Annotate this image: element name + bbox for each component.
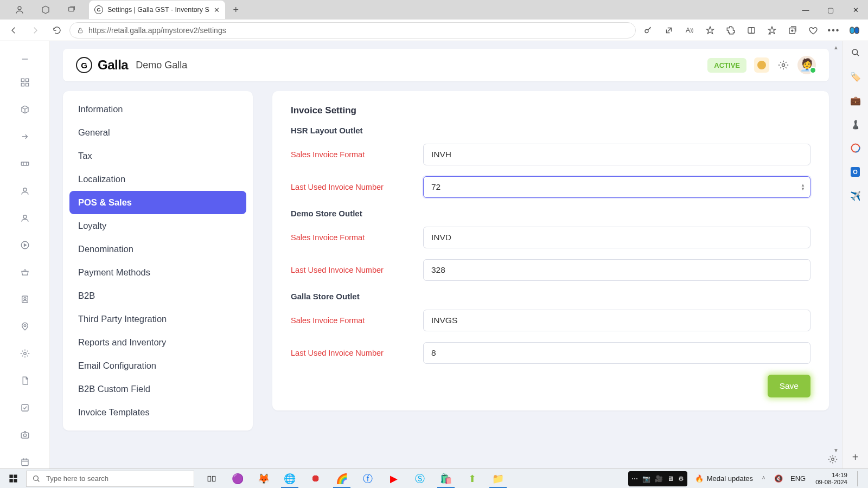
tray-chevron-icon[interactable]: ＾ <box>761 474 767 483</box>
header-settings-icon[interactable] <box>777 59 790 72</box>
nav-location-icon[interactable] <box>20 321 30 332</box>
browser-tab-active[interactable]: G Settings | Galla GST - Inventory S ✕ <box>89 1 225 19</box>
settings-nav-item[interactable]: Loyalty <box>69 214 246 237</box>
task-app-icon[interactable]: ⬆ <box>460 469 484 489</box>
browser-performance-icon[interactable] <box>804 21 822 40</box>
edge-m365-icon[interactable] <box>850 142 861 154</box>
nav-ticket-icon[interactable] <box>20 158 30 169</box>
news-widget[interactable]: 🔥 Medal updates <box>695 474 753 483</box>
task-facebook-icon[interactable]: ⓕ <box>356 469 380 489</box>
nav-arrow-icon[interactable] <box>20 131 30 142</box>
field-label: Last Used Invoice Number <box>291 183 423 191</box>
more-icon[interactable]: ••• <box>825 21 843 40</box>
scroll-up-icon[interactable]: ▲ <box>833 44 839 50</box>
tray-notifications-icon[interactable] <box>857 471 865 486</box>
number-spinner-icon[interactable]: ▲▼ <box>801 183 805 191</box>
tray-clock[interactable]: 14:19 09-08-2024 <box>813 472 850 486</box>
edge-shopping-icon[interactable]: 🏷️ <box>850 70 861 82</box>
window-minimize-button[interactable]: — <box>793 0 818 20</box>
settings-nav-item[interactable]: Email Configuration <box>69 354 246 377</box>
task-youtube-icon[interactable]: ▶ <box>382 469 406 489</box>
svg-rect-6 <box>21 79 24 81</box>
nav-dashboard-icon[interactable] <box>20 77 30 88</box>
task-view-icon[interactable] <box>200 469 224 489</box>
settings-nav-item[interactable]: Payment Methods <box>69 261 246 284</box>
nav-calendar-icon[interactable] <box>20 457 30 467</box>
nav-basket-icon[interactable] <box>20 267 30 278</box>
nav-settings-icon[interactable] <box>20 348 30 359</box>
extensions-icon[interactable] <box>722 21 740 40</box>
edge-games-icon[interactable]: ♟️ <box>850 118 861 130</box>
nav-check-icon[interactable] <box>20 402 30 413</box>
task-edge-icon[interactable]: 🌐 <box>278 469 302 489</box>
nav-cube-icon[interactable] <box>20 104 30 115</box>
nav-user2-icon[interactable] <box>20 213 30 223</box>
settings-nav-item[interactable]: B2B <box>69 284 246 307</box>
favorite-icon[interactable] <box>701 21 719 40</box>
tray-volume-icon[interactable]: 🔇 <box>774 474 783 483</box>
collections-icon[interactable] <box>783 21 802 40</box>
recording-toolbar[interactable]: ⋯📷🎥🖥⚙ <box>628 471 687 486</box>
start-button[interactable] <box>0 469 26 488</box>
edge-outlook-icon[interactable]: O <box>850 166 861 178</box>
sales-invoice-format-input[interactable] <box>423 310 810 331</box>
edge-search-icon[interactable] <box>850 47 861 59</box>
new-tab-button[interactable]: + <box>228 2 244 17</box>
task-explorer-icon[interactable]: 📁 <box>486 469 510 489</box>
task-msstore-icon[interactable]: 🛍️ <box>434 469 458 489</box>
task-skype-icon[interactable]: Ⓢ <box>408 469 432 489</box>
workspaces-icon[interactable] <box>39 3 52 16</box>
task-firefox-icon[interactable]: 🦊 <box>252 469 276 489</box>
task-chrome-icon[interactable]: 🌈 <box>330 469 354 489</box>
taskbar-search[interactable]: Type here to search <box>26 471 194 487</box>
last-used-invoice-input[interactable] <box>423 176 810 198</box>
last-used-invoice-input[interactable] <box>423 342 810 364</box>
nav-doc-icon[interactable] <box>20 375 30 386</box>
settings-nav-item[interactable]: General <box>69 121 246 144</box>
read-aloud-icon[interactable]: A)) <box>680 21 699 40</box>
edge-add-icon[interactable]: + <box>850 451 861 463</box>
settings-nav-item[interactable]: Third Party Integration <box>69 307 246 331</box>
url-input[interactable]: https://retail.galla.app/mystorev2/setti… <box>69 22 636 38</box>
tab-close-button[interactable]: ✕ <box>214 6 220 14</box>
profile-icon[interactable] <box>13 3 26 16</box>
settings-nav-item[interactable]: B2B Custom Field <box>69 377 246 401</box>
scroll-down-icon[interactable]: ▼ <box>833 447 839 453</box>
split-screen-icon[interactable] <box>742 21 761 40</box>
nav-camera-icon[interactable] <box>20 429 30 440</box>
settings-nav-item[interactable]: Localization <box>69 168 246 191</box>
settings-nav-item[interactable]: Reports and Inventory <box>69 331 246 354</box>
window-close-button[interactable]: ✕ <box>843 0 868 20</box>
save-button[interactable]: Save <box>768 375 810 397</box>
favorites-list-icon[interactable] <box>763 21 781 40</box>
window-maximize-button[interactable]: ▢ <box>818 0 843 20</box>
nav-refresh-button[interactable] <box>48 21 66 40</box>
edge-send-icon[interactable]: ✈️ <box>850 190 861 202</box>
task-record-icon[interactable]: ⏺ <box>304 469 328 489</box>
settings-nav-item[interactable]: Denomination <box>69 237 246 261</box>
settings-nav-item[interactable]: Invoice Templates <box>69 401 246 424</box>
edge-settings-icon[interactable] <box>827 453 839 465</box>
task-copilot-icon[interactable]: 🟣 <box>226 469 250 489</box>
svg-rect-33 <box>213 476 215 481</box>
copilot-icon[interactable] <box>845 21 864 40</box>
password-icon[interactable] <box>639 21 658 40</box>
settings-nav-item[interactable]: Tax <box>69 144 246 168</box>
last-used-invoice-input[interactable] <box>423 259 810 281</box>
nav-collapse-icon[interactable] <box>20 57 30 61</box>
credits-icon[interactable] <box>754 57 769 73</box>
svg-point-0 <box>18 7 21 10</box>
nav-back-button[interactable] <box>4 21 23 40</box>
tray-lang[interactable]: ENG <box>790 474 806 483</box>
tab-overview-icon[interactable] <box>65 3 78 16</box>
avatar[interactable]: 🧑‍💼 <box>797 56 816 74</box>
nav-play-icon[interactable] <box>20 240 30 251</box>
nav-contact-icon[interactable] <box>20 294 30 305</box>
open-external-icon[interactable] <box>660 21 678 40</box>
settings-nav-item[interactable]: Information <box>69 98 246 121</box>
sales-invoice-format-input[interactable] <box>423 227 810 248</box>
settings-nav-item[interactable]: POS & Sales <box>69 191 246 214</box>
edge-tools-icon[interactable]: 💼 <box>850 94 861 106</box>
sales-invoice-format-input[interactable] <box>423 144 810 165</box>
nav-user-icon[interactable] <box>20 185 30 196</box>
